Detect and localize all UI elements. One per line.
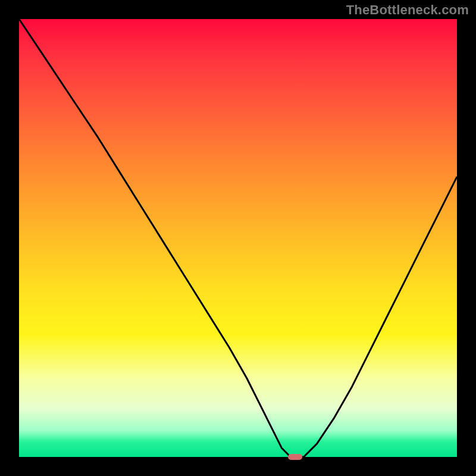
chart-plot-area	[19, 19, 457, 457]
bottleneck-curve-path	[19, 19, 457, 457]
watermark-label: TheBottleneck.com	[346, 2, 469, 18]
optimal-point-marker	[288, 454, 302, 460]
curve-svg	[19, 19, 457, 457]
